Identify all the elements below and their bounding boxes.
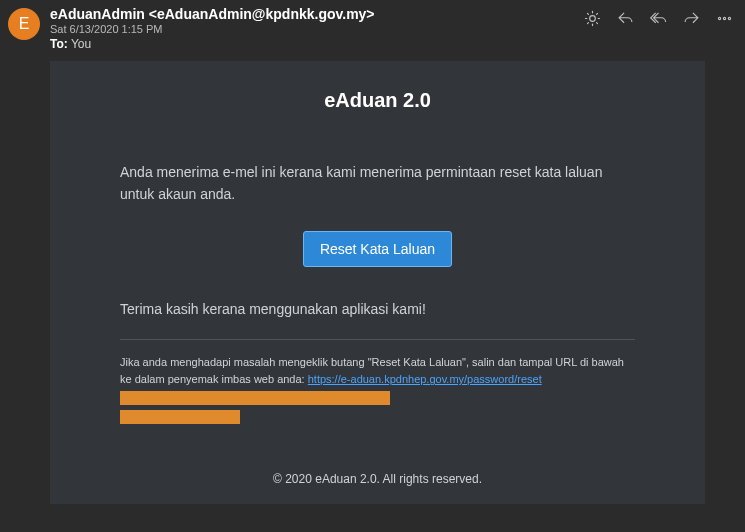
thanks-text: Terima kasih kerana menggunakan aplikasi… [120,301,635,317]
button-row: Reset Kata Laluan [120,231,635,267]
sun-icon[interactable] [584,10,601,31]
to-line: To: You [50,37,584,51]
svg-line-5 [587,13,588,14]
svg-point-0 [590,16,596,22]
date-line: Sat 6/13/2020 1:15 PM [50,23,584,35]
header-info: eAduanAdmin <eAduanAdmin@kpdnkk.gov.my> … [50,6,584,51]
to-value: You [71,37,91,51]
email-content: Anda menerima e-mel ini kerana kami mene… [50,162,705,424]
email-title: eAduan 2.0 [50,89,705,112]
reset-url-link[interactable]: https://e-aduan.kpdnhep.gov.my/password/… [308,373,542,385]
email-header: E eAduanAdmin <eAduanAdmin@kpdnkk.gov.my… [0,0,745,57]
redacted-token-2 [120,410,240,424]
sender-avatar: E [8,8,40,40]
more-icon[interactable] [716,10,733,31]
reply-all-icon[interactable] [650,10,667,31]
reply-icon[interactable] [617,10,634,31]
svg-point-10 [723,17,725,19]
intro-text: Anda menerima e-mel ini kerana kami mene… [120,162,635,205]
copyright-text: © 2020 eAduan 2.0. All rights reserved. [273,472,482,486]
email-card: eAduan 2.0 Anda menerima e-mel ini keran… [50,61,705,504]
svg-line-6 [597,23,598,24]
to-label: To: [50,37,68,51]
from-line: eAduanAdmin <eAduanAdmin@kpdnkk.gov.my> [50,6,584,22]
forward-icon[interactable] [683,10,700,31]
svg-line-8 [597,13,598,14]
email-body-wrap: eAduan 2.0 Anda menerima e-mel ini keran… [0,61,745,504]
svg-line-7 [587,23,588,24]
trouble-text: Jika anda menghadapi masalah mengeklik b… [120,354,635,423]
svg-point-9 [718,17,720,19]
header-actions [584,10,733,31]
svg-point-11 [728,17,730,19]
email-footer: © 2020 eAduan 2.0. All rights reserved. [50,454,705,504]
redacted-token-1 [120,391,390,405]
divider [120,339,635,340]
reset-password-button[interactable]: Reset Kata Laluan [303,231,452,267]
